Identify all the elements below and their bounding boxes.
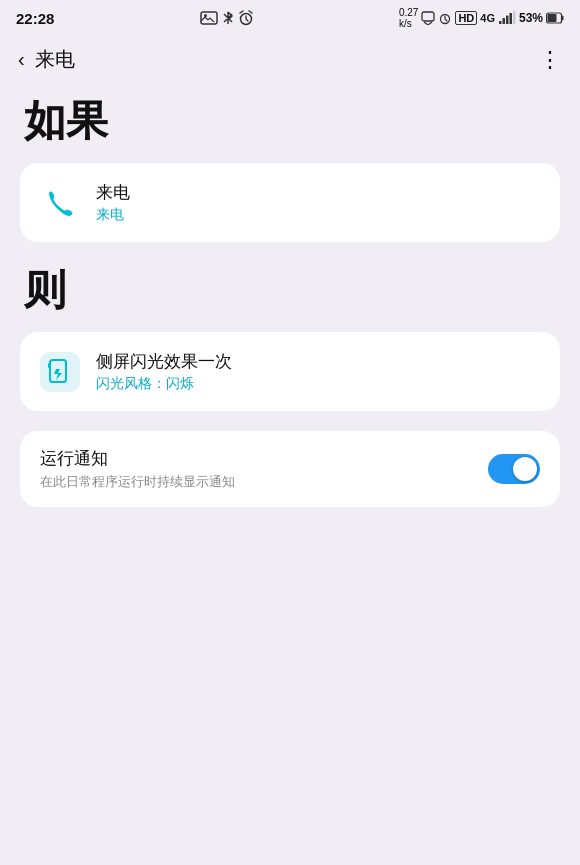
- flash-card[interactable]: 侧屏闪光效果一次 闪光风格：闪烁: [20, 332, 560, 411]
- content: 如果 来电 来电 则 侧屏闪光: [0, 83, 580, 537]
- nav-left: ‹ 来电: [18, 46, 75, 73]
- flash-card-subtitle: 闪光风格：闪烁: [96, 375, 232, 393]
- svg-rect-3: [422, 12, 434, 21]
- svg-rect-6: [502, 18, 505, 24]
- network-type: 4G: [480, 12, 495, 24]
- top-nav: ‹ 来电 ⋮: [0, 36, 580, 83]
- nav-title: 来电: [35, 46, 75, 73]
- status-bar: 22:28 0.27k/s HD 4G: [0, 0, 580, 36]
- if-card[interactable]: 来电 来电: [20, 163, 560, 242]
- message-icon: [421, 11, 435, 25]
- svg-rect-8: [509, 13, 512, 24]
- status-right-icons: 0.27k/s HD 4G 53%: [399, 7, 564, 29]
- svg-rect-12: [547, 14, 556, 22]
- flash-screen-icon: [40, 352, 80, 392]
- flash-card-text: 侧屏闪光效果一次 闪光风格：闪烁: [96, 350, 232, 393]
- if-card-text: 来电 来电: [96, 181, 130, 224]
- bluetooth-icon: [222, 10, 234, 26]
- alarm-small-icon: [438, 11, 452, 25]
- flash-card-row: 侧屏闪光效果一次 闪光风格：闪烁: [40, 350, 540, 393]
- battery-label: 53%: [519, 11, 543, 25]
- flash-card-title: 侧屏闪光效果一次: [96, 350, 232, 373]
- signal-icon: [498, 11, 516, 25]
- image-icon: [200, 11, 218, 25]
- back-button[interactable]: ‹: [18, 48, 25, 71]
- notification-text: 运行通知 在此日常程序运行时持续显示通知: [40, 447, 472, 491]
- alarm-icon: [238, 10, 254, 26]
- notification-title: 运行通知: [40, 447, 472, 470]
- if-heading: 如果: [24, 93, 560, 149]
- if-card-row: 来电 来电: [40, 181, 540, 224]
- svg-rect-14: [48, 363, 50, 368]
- svg-rect-9: [513, 11, 516, 24]
- if-card-subtitle: 来电: [96, 206, 130, 224]
- notification-subtitle: 在此日常程序运行时持续显示通知: [40, 473, 472, 491]
- notification-toggle[interactable]: [488, 454, 540, 484]
- svg-rect-7: [506, 16, 509, 25]
- svg-rect-11: [561, 16, 563, 21]
- status-time: 22:28: [16, 10, 54, 27]
- svg-point-1: [204, 14, 207, 17]
- then-heading: 则: [24, 262, 560, 318]
- if-card-title: 来电: [96, 181, 130, 204]
- svg-rect-5: [499, 21, 502, 24]
- hd-label: HD: [455, 11, 477, 25]
- status-icons: [200, 10, 254, 26]
- more-options-button[interactable]: ⋮: [539, 47, 562, 73]
- battery-icon: [546, 12, 564, 24]
- phone-call-icon: [40, 183, 80, 223]
- network-speed: 0.27k/s: [399, 7, 418, 29]
- notification-card: 运行通知 在此日常程序运行时持续显示通知: [20, 431, 560, 507]
